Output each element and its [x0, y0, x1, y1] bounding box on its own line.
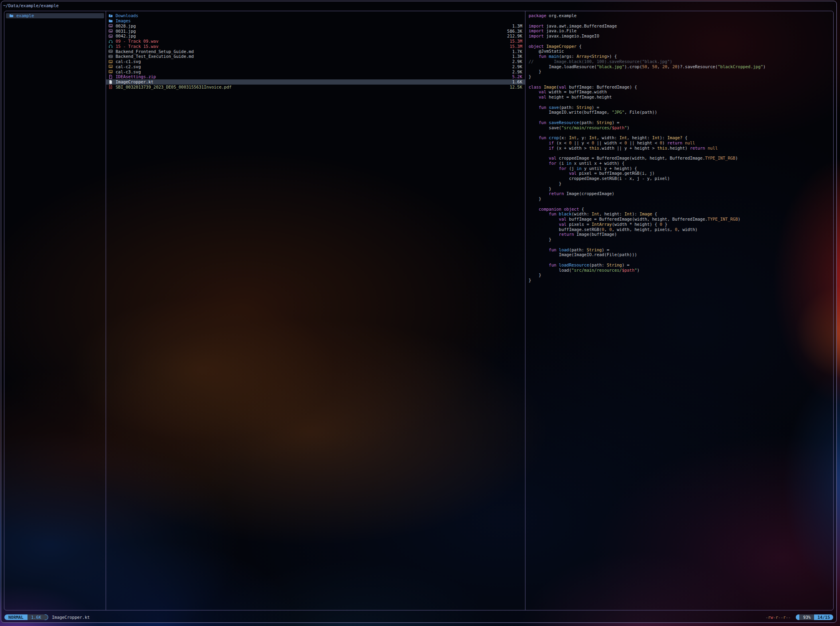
- file-size: 212.9K: [503, 34, 522, 38]
- file-name: cal-c2.svg: [116, 64, 141, 69]
- code-line: [529, 242, 833, 247]
- file-row[interactable]: 0042.jpg212.9K: [106, 34, 525, 39]
- code-line: }: [529, 74, 833, 79]
- current-pane-list: DownloadsImages0028.jpg1.3M0031.jpg586.3…: [106, 13, 525, 89]
- file-size: 2.9K: [508, 69, 522, 74]
- file-row[interactable]: SBI_0032013739_2023_DE05_0003155631Invoi…: [106, 85, 525, 90]
- file-name: example: [16, 13, 34, 18]
- image-icon: [108, 24, 113, 28]
- folder-download-icon: [108, 14, 113, 18]
- code-line: }: [529, 69, 833, 74]
- pdf-icon: [108, 85, 113, 89]
- parent-pane: example: [4, 11, 106, 610]
- file-name: IDEAsettings.zip: [116, 74, 156, 79]
- cwd-path: ~/Data/example/example: [3, 3, 59, 8]
- code-line: for (i in x until x + width) {: [529, 161, 833, 166]
- file-row[interactable]: Downloads: [106, 13, 525, 18]
- pill-cap: [796, 614, 799, 620]
- file-size: 15.3M: [506, 39, 522, 43]
- code-line: for (j in y until y + height) {: [529, 166, 833, 171]
- file-name: 09 - Track 09.wav: [116, 39, 158, 43]
- status-right-group: -rw-r--r-- 93% 14/15: [765, 614, 833, 620]
- code-line: @JvmStatic: [529, 49, 833, 54]
- code-line: import java.io.File: [529, 28, 833, 34]
- code-line: [529, 18, 833, 24]
- file-name: Downloads: [116, 13, 138, 18]
- code-line: fun crop(x: Int, y: Int, width: Int, hei…: [529, 135, 833, 140]
- file-row[interactable]: 0028.jpg1.3M: [106, 24, 525, 29]
- file-size: 1.3K: [508, 54, 522, 59]
- audio-icon: [108, 39, 113, 43]
- file-size: 1.3M: [508, 24, 522, 28]
- status-filename: ImageCropper.kt: [52, 615, 90, 620]
- code-line: return Image(croppedImage): [529, 191, 833, 196]
- file-row[interactable]: cal-c3.svg2.9K: [106, 69, 525, 74]
- file-size: 15.3M: [506, 44, 522, 49]
- file-size: 5.2K: [508, 74, 522, 79]
- code-line: class Image(val buffImage: BufferedImage…: [529, 85, 833, 90]
- code-line: object ImageCropper {: [529, 44, 833, 49]
- code-line: croppedImage.setRGB(i - x, j - y, pixel): [529, 176, 833, 181]
- file-size: 12.5K: [506, 85, 522, 89]
- code-line: fun save(path: String) =: [529, 105, 833, 110]
- folder-icon: [108, 19, 113, 23]
- image-icon: [108, 34, 113, 38]
- mode-pill: NORMAL 1.6K: [4, 614, 48, 620]
- zip-icon: [108, 75, 113, 79]
- code-line: val width = buffImage.width: [529, 89, 833, 95]
- file-row[interactable]: IDEAsettings.zip5.2K: [106, 74, 525, 79]
- code-line: fun load(path: String) =: [529, 247, 833, 253]
- file-row[interactable]: example: [6, 13, 104, 18]
- file-row[interactable]: ImageCropper.kt1.6K: [106, 79, 525, 85]
- file-name: 0042.jpg: [116, 34, 136, 38]
- code-line: }: [529, 181, 833, 186]
- code-line: if (x + width > this.width || y + height…: [529, 146, 833, 151]
- code-line: [529, 79, 833, 85]
- file-row[interactable]: 15 - Track 15.wav15.3M: [106, 44, 525, 49]
- image-icon: [108, 29, 113, 33]
- file-name: ImageCropper.kt: [116, 79, 153, 84]
- code-line: [529, 39, 833, 44]
- code-line: [529, 201, 833, 207]
- cursor-position: 14/15: [814, 614, 833, 620]
- file-name: 15 - Track 15.wav: [116, 44, 158, 49]
- markdown-icon: [108, 54, 113, 59]
- file-row[interactable]: Backend_Frontend_Setup_Guide.md1.7K: [106, 49, 525, 54]
- code-line: Image.loadResource("black.jpg").crop(50,…: [529, 64, 833, 69]
- code-line: fun loadResource(path: String) =: [529, 263, 833, 268]
- code-line: [529, 130, 833, 135]
- code-line: Image(ImageIO.read(File(path))): [529, 252, 833, 257]
- selected-file-size: 1.6K: [28, 614, 45, 620]
- file-name: Backend_Frontend_Setup_Guide.md: [116, 49, 194, 54]
- code-line: }: [529, 186, 833, 192]
- file-row[interactable]: Backend_Test_Execution_Guide.md1.3K: [106, 54, 525, 59]
- code-line: if (x < 0 || y < 0 || width < 0 || heigh…: [529, 140, 833, 146]
- file-permissions: -rw-r--r--: [765, 615, 791, 620]
- file-row[interactable]: Images: [106, 18, 525, 24]
- code-line: import javax.imageio.ImageIO: [529, 34, 833, 39]
- code-line: [529, 100, 833, 105]
- code-line: ImageIO.write(buffImage, "JPG", File(pat…: [529, 110, 833, 115]
- code-line: }: [529, 278, 833, 283]
- file-row[interactable]: cal-c1.svg2.9K: [106, 59, 525, 64]
- code-line: fun saveResource(path: String) =: [529, 120, 833, 125]
- code-line: load("src/main/resources/$path"): [529, 268, 833, 273]
- file-row[interactable]: 09 - Track 09.wav15.3M: [106, 39, 525, 44]
- file-size: 1.7K: [508, 49, 522, 54]
- file-icon: [108, 80, 113, 84]
- file-name: Images: [116, 18, 131, 23]
- code-line: import java.awt.image.BufferedImage: [529, 24, 833, 29]
- file-name: 0031.jpg: [116, 29, 136, 34]
- preview-pane[interactable]: package org.exampleimport java.awt.image…: [525, 11, 833, 610]
- file-name: SBI_0032013739_2023_DE05_0003155631Invoi…: [116, 85, 232, 89]
- file-name: cal-c3.svg: [116, 69, 141, 74]
- pill-cap: [45, 614, 48, 620]
- file-row[interactable]: cal-c2.svg2.9K: [106, 64, 525, 69]
- code-line: val height = buffImage.height: [529, 95, 833, 100]
- code-line: buffImage.setRGB(0, 0, width, height, pi…: [529, 227, 833, 232]
- code-line: [529, 115, 833, 120]
- file-row[interactable]: 0031.jpg586.3K: [106, 28, 525, 34]
- status-bar: NORMAL 1.6K ImageCropper.kt -rw-r--r-- 9…: [4, 614, 833, 620]
- code-line: [529, 257, 833, 263]
- code-line: }: [529, 237, 833, 242]
